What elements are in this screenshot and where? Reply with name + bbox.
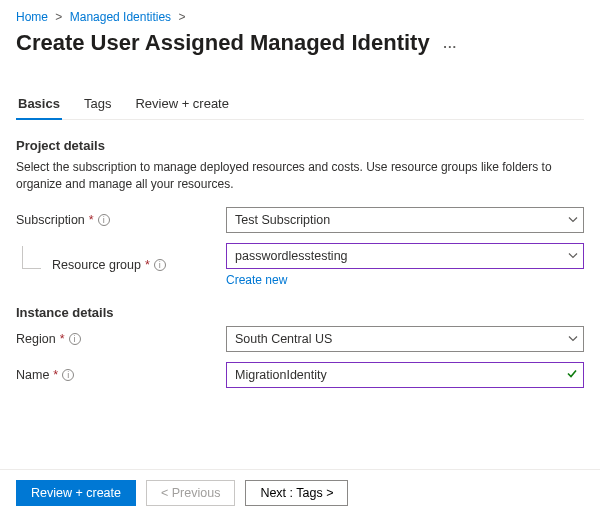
tab-tags[interactable]: Tags [82, 90, 113, 119]
create-new-link[interactable]: Create new [226, 273, 287, 287]
subscription-label-text: Subscription [16, 213, 85, 227]
required-indicator: * [89, 213, 94, 227]
chevron-right-icon: > [174, 10, 189, 24]
region-select[interactable]: South Central US [226, 326, 584, 352]
more-actions-icon[interactable]: ··· [443, 39, 457, 54]
name-label-text: Name [16, 368, 49, 382]
resource-group-label-text: Resource group [52, 258, 141, 272]
next-button[interactable]: Next : Tags > [245, 480, 348, 506]
required-indicator: * [60, 332, 65, 346]
name-label: Name * i [16, 368, 226, 382]
resource-group-select[interactable]: passwordlesstesting [226, 243, 584, 269]
subscription-row: Subscription * i Test Subscription [16, 207, 584, 233]
tab-basics[interactable]: Basics [16, 90, 62, 119]
breadcrumb: Home > Managed Identities > [16, 10, 584, 30]
resource-group-row: Resource group * i passwordlesstesting C… [16, 243, 584, 287]
required-indicator: * [145, 258, 150, 272]
breadcrumb-managed-identities[interactable]: Managed Identities [70, 10, 171, 24]
info-icon[interactable]: i [62, 369, 74, 381]
info-icon[interactable]: i [154, 259, 166, 271]
page-title: Create User Assigned Managed Identity [16, 30, 430, 60]
region-label: Region * i [16, 332, 226, 346]
project-details-description: Select the subscription to manage deploy… [16, 159, 584, 193]
review-create-button[interactable]: Review + create [16, 480, 136, 506]
name-row: Name * i [16, 362, 584, 388]
chevron-right-icon: > [51, 10, 66, 24]
required-indicator: * [53, 368, 58, 382]
tab-review-create[interactable]: Review + create [133, 90, 231, 119]
footer-bar: Review + create < Previous Next : Tags > [0, 469, 600, 516]
subscription-select[interactable]: Test Subscription [226, 207, 584, 233]
check-icon [566, 367, 578, 382]
region-label-text: Region [16, 332, 56, 346]
previous-button: < Previous [146, 480, 235, 506]
resource-group-label: Resource group * i [16, 258, 226, 272]
info-icon[interactable]: i [98, 214, 110, 226]
subscription-label: Subscription * i [16, 213, 226, 227]
info-icon[interactable]: i [69, 333, 81, 345]
breadcrumb-home[interactable]: Home [16, 10, 48, 24]
tabs: Basics Tags Review + create [16, 90, 584, 120]
instance-details-heading: Instance details [16, 305, 584, 320]
name-input[interactable] [226, 362, 584, 388]
project-details-heading: Project details [16, 138, 584, 153]
region-row: Region * i South Central US [16, 326, 584, 352]
